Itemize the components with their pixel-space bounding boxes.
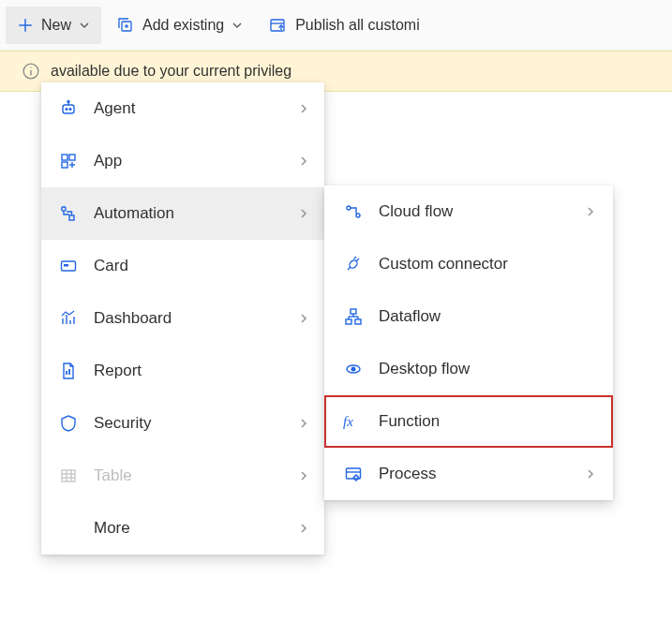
menu-item-dashboard[interactable]: Dashboard bbox=[41, 292, 324, 345]
chevron-down-icon bbox=[79, 20, 90, 31]
svg-point-14 bbox=[66, 109, 67, 111]
menu-item-security[interactable]: Security bbox=[41, 397, 324, 450]
automation-icon bbox=[56, 204, 81, 223]
submenu-label: Dataflow bbox=[379, 307, 596, 326]
submenu-item-dataflow[interactable]: Dataflow bbox=[324, 290, 613, 343]
chevron-right-icon bbox=[298, 522, 309, 535]
submenu-label: Process bbox=[379, 465, 585, 483]
menu-item-automation[interactable]: Automation bbox=[41, 187, 324, 240]
svg-rect-24 bbox=[64, 264, 68, 267]
chevron-down-icon bbox=[231, 20, 243, 31]
submenu-item-custom-connector[interactable]: Custom connector bbox=[324, 238, 613, 290]
submenu-item-desktop-flow[interactable]: Desktop flow bbox=[324, 343, 613, 395]
menu-label: Report bbox=[94, 362, 309, 380]
new-label: New bbox=[41, 17, 71, 34]
agent-icon bbox=[56, 99, 81, 118]
svg-point-36 bbox=[347, 206, 351, 210]
submenu-label: Desktop flow bbox=[379, 360, 596, 378]
menu-item-table: Table bbox=[41, 450, 324, 502]
svg-point-21 bbox=[62, 207, 66, 211]
menu-label: Security bbox=[94, 414, 298, 433]
new-button[interactable]: New bbox=[6, 7, 101, 44]
menu-label: Table bbox=[94, 466, 298, 485]
menu-label: Agent bbox=[94, 99, 298, 118]
svg-rect-44 bbox=[355, 319, 361, 324]
svg-line-41 bbox=[348, 267, 351, 270]
security-icon bbox=[56, 414, 81, 433]
svg-point-54 bbox=[354, 476, 358, 480]
publish-icon bbox=[269, 17, 288, 34]
dashboard-icon bbox=[56, 309, 81, 328]
publish-button[interactable]: Publish all customi bbox=[258, 7, 431, 44]
submenu-label: Function bbox=[379, 412, 596, 431]
add-existing-button[interactable]: Add existing bbox=[105, 7, 254, 44]
menu-label: App bbox=[94, 152, 298, 170]
plus-icon bbox=[17, 17, 34, 34]
svg-point-13 bbox=[67, 101, 69, 103]
svg-rect-43 bbox=[346, 319, 351, 324]
menu-item-agent[interactable]: Agent bbox=[41, 82, 324, 135]
chevron-right-icon bbox=[298, 207, 309, 220]
automation-submenu: Cloud flow Custom connector Dataflow Des… bbox=[324, 185, 613, 500]
new-menu: Agent App Automation Card Dashboard bbox=[41, 82, 324, 555]
svg-line-39 bbox=[356, 259, 359, 261]
menu-label: Card bbox=[94, 257, 309, 275]
svg-rect-16 bbox=[62, 155, 67, 160]
submenu-label: Cloud flow bbox=[379, 202, 585, 221]
publish-label: Publish all customi bbox=[295, 17, 420, 34]
chevron-right-icon bbox=[298, 155, 309, 168]
app-icon bbox=[56, 152, 81, 170]
menu-label: More bbox=[94, 519, 298, 538]
chevron-right-icon bbox=[298, 417, 309, 430]
svg-text:fx: fx bbox=[343, 414, 353, 429]
svg-point-15 bbox=[69, 109, 71, 111]
table-icon bbox=[56, 466, 81, 485]
svg-rect-22 bbox=[69, 215, 74, 220]
menu-label: Dashboard bbox=[94, 309, 298, 328]
svg-rect-17 bbox=[69, 155, 75, 160]
svg-rect-18 bbox=[62, 162, 67, 168]
info-text: available due to your current privileg bbox=[51, 63, 291, 80]
function-icon: fx bbox=[341, 412, 366, 431]
menu-item-more[interactable]: More bbox=[41, 502, 324, 555]
chevron-right-icon bbox=[298, 312, 309, 325]
chevron-right-icon bbox=[298, 102, 309, 115]
chevron-right-icon bbox=[585, 467, 596, 481]
svg-rect-42 bbox=[351, 309, 356, 314]
custom-connector-icon bbox=[341, 255, 366, 274]
chevron-right-icon bbox=[585, 205, 596, 218]
submenu-item-function[interactable]: fx Function bbox=[324, 395, 613, 448]
chevron-right-icon bbox=[298, 469, 309, 482]
cloud-flow-icon bbox=[341, 202, 366, 221]
submenu-item-process[interactable]: Process bbox=[324, 448, 613, 500]
submenu-label: Custom connector bbox=[379, 255, 596, 274]
menu-label: Automation bbox=[94, 204, 298, 223]
menu-item-app[interactable]: App bbox=[41, 135, 324, 187]
svg-point-37 bbox=[356, 214, 360, 217]
process-icon bbox=[341, 465, 366, 483]
svg-rect-31 bbox=[62, 470, 75, 481]
svg-point-10 bbox=[30, 67, 31, 67]
menu-item-card[interactable]: Card bbox=[41, 240, 324, 292]
desktop-flow-icon bbox=[341, 360, 366, 378]
menu-item-report[interactable]: Report bbox=[41, 345, 324, 397]
report-icon bbox=[56, 362, 81, 380]
svg-line-40 bbox=[354, 257, 357, 259]
submenu-item-cloud-flow[interactable]: Cloud flow bbox=[324, 185, 613, 238]
info-icon bbox=[22, 63, 39, 80]
command-bar: New Add existing Publish all customi bbox=[0, 0, 672, 51]
add-existing-label: Add existing bbox=[142, 17, 224, 34]
dataflow-icon bbox=[341, 307, 366, 326]
svg-point-50 bbox=[351, 367, 356, 372]
card-icon bbox=[56, 257, 81, 275]
add-existing-icon bbox=[116, 17, 135, 34]
svg-rect-11 bbox=[63, 105, 74, 113]
